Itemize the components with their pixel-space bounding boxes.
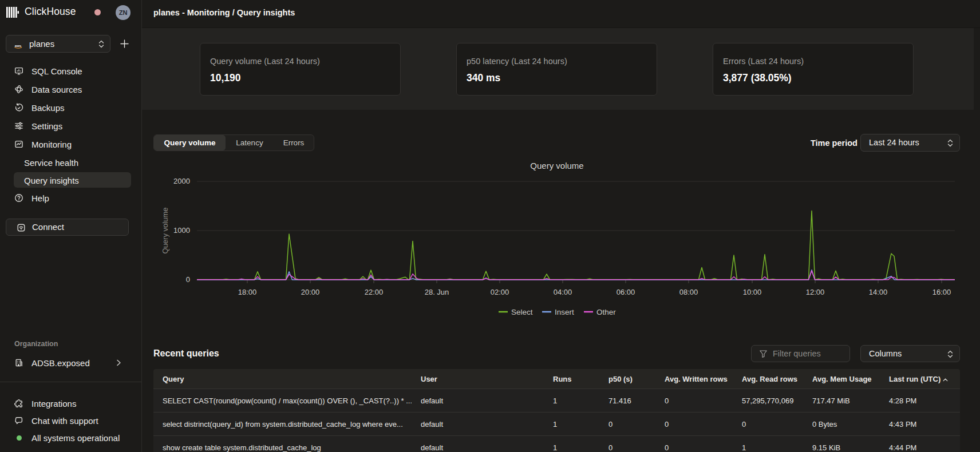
svg-text:Insert: Insert <box>555 308 574 316</box>
svg-text:02:00: 02:00 <box>491 288 509 296</box>
svg-text:0: 0 <box>186 275 190 284</box>
svg-text:22:00: 22:00 <box>365 288 384 296</box>
svg-text:08:00: 08:00 <box>679 288 698 296</box>
svg-text:Query volume: Query volume <box>530 161 583 171</box>
svg-text:2000: 2000 <box>173 177 190 185</box>
svg-text:Query volume: Query volume <box>161 208 169 254</box>
svg-text:1000: 1000 <box>173 226 190 235</box>
svg-text:10:00: 10:00 <box>743 288 762 296</box>
svg-text:12:00: 12:00 <box>806 288 825 296</box>
svg-text:Other: Other <box>596 308 616 316</box>
svg-text:06:00: 06:00 <box>617 288 635 296</box>
svg-text:18:00: 18:00 <box>238 288 257 296</box>
svg-text:20:00: 20:00 <box>301 288 320 296</box>
svg-text:04:00: 04:00 <box>554 288 572 296</box>
svg-text:28. Jun: 28. Jun <box>425 288 449 296</box>
svg-text:Select: Select <box>511 308 533 316</box>
svg-text:aws: aws <box>15 44 22 47</box>
svg-text:14:00: 14:00 <box>869 288 888 296</box>
svg-text:16:00: 16:00 <box>932 288 951 296</box>
